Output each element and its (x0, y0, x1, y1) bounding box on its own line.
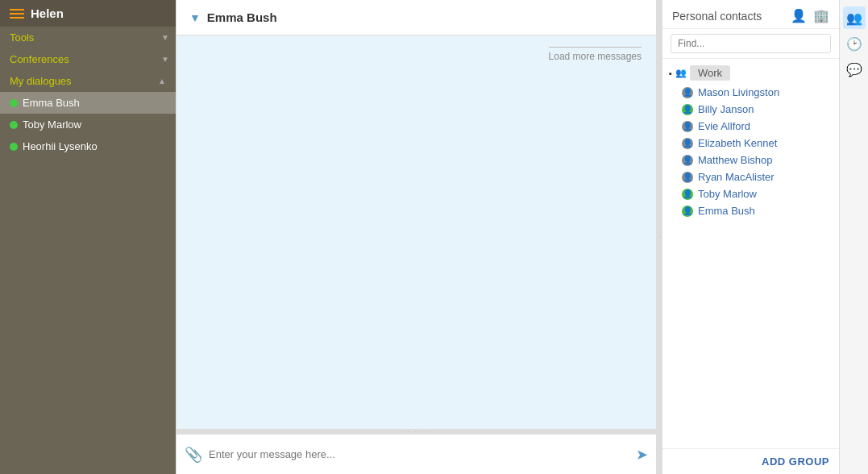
hamburger-menu[interactable] (10, 9, 24, 19)
history-icon[interactable]: 🕑 (843, 32, 866, 55)
contact-search-input[interactable] (671, 34, 831, 53)
contact-elizabeth-kennet[interactable]: 👤 Elizabeth Kennet (662, 135, 839, 152)
right-panel: Personal contacts 👤 🏢 ▪ 👥 Work 👤 Mason L… (662, 0, 839, 474)
status-dot-emma (10, 99, 18, 107)
attach-icon[interactable]: 📎 (185, 446, 202, 464)
chat-title: Emma Bush (207, 10, 277, 24)
add-contact-icon[interactable]: 👤 (791, 8, 807, 23)
chat-bubble-icon[interactable]: 💬 (843, 58, 866, 81)
group-people-icon: 👥 (675, 68, 687, 78)
chat-input-area: 📎 ➤ (177, 434, 656, 474)
group-work-row[interactable]: ▪ 👥 Work (662, 62, 839, 84)
chat-chevron-icon: ▼ (189, 11, 201, 24)
sidebar-header: Helen (0, 0, 176, 27)
contact-emma-bush[interactable]: 👤 Emma Bush (662, 202, 839, 219)
contact-avatar: 👤 (682, 138, 693, 149)
contact-billy-janson[interactable]: 👤 Billy Janson (662, 101, 839, 118)
add-group-button[interactable]: ADD GROUP (762, 455, 829, 468)
contact-avatar: 👤 (682, 155, 693, 166)
personal-contacts-title: Personal contacts (672, 10, 762, 23)
group-work-label: Work (690, 65, 730, 81)
contact-avatar: 👤 (682, 206, 693, 217)
chat-messages-area[interactable]: Load more messages (177, 35, 656, 429)
contact-ryan-macalister[interactable]: 👤 Ryan MacAlister (662, 168, 839, 185)
personal-contacts-header: Personal contacts 👤 🏢 (662, 0, 839, 29)
contact-avatar: 👤 (682, 189, 693, 200)
contacts-icon[interactable]: 👥 (843, 6, 866, 29)
contact-avatar: 👤 (682, 121, 693, 132)
right-toolbar: 👥 🕑 💬 (839, 0, 868, 474)
sidebar: Helen Tools ▼ Conferences ▼ My dialogues… (0, 0, 176, 474)
sidebar-nav-tools[interactable]: Tools ▼ (0, 27, 176, 48)
dialogues-arrow-icon: ▲ (158, 77, 166, 85)
contact-avatar: 👤 (682, 104, 693, 115)
right-panel-footer: ADD GROUP (662, 448, 839, 474)
sidebar-contact-toby-marlow[interactable]: Toby Marlow (0, 114, 176, 135)
contact-avatar: 👤 (682, 87, 693, 98)
sidebar-nav-conferences[interactable]: Conferences ▼ (0, 48, 176, 70)
group-collapse-icon: ▪ (669, 69, 672, 78)
header-icons: 👤 🏢 (791, 8, 829, 23)
chat-main: ▼ Emma Bush Load more messages · · · · ·… (176, 0, 657, 474)
sidebar-contact-heorhii-lysenko[interactable]: Heorhii Lysenko (0, 135, 176, 157)
contact-matthew-bishop[interactable]: 👤 Matthew Bishop (662, 152, 839, 168)
status-dot-heorhii (10, 143, 18, 151)
org-chart-icon[interactable]: 🏢 (813, 8, 829, 23)
contacts-tree: ▪ 👥 Work 👤 Mason Livingston 👤 Billy Jans… (662, 59, 839, 448)
sidebar-nav-my-dialogues[interactable]: My dialogues ▲ (0, 70, 176, 92)
app-title: Helen (31, 6, 64, 20)
conferences-arrow-icon: ▼ (161, 55, 169, 64)
tools-arrow-icon: ▼ (161, 33, 169, 42)
send-icon[interactable]: ➤ (636, 446, 648, 464)
contact-search-area (662, 29, 839, 59)
chat-header: ▼ Emma Bush (177, 0, 656, 35)
contact-mason-livingston[interactable]: 👤 Mason Livingston (662, 84, 839, 101)
message-input[interactable] (209, 448, 629, 460)
contact-toby-marlow[interactable]: 👤 Toby Marlow (662, 185, 839, 202)
contact-evie-allford[interactable]: 👤 Evie Allford (662, 118, 839, 135)
sidebar-contact-emma-bush[interactable]: Emma Bush (0, 92, 176, 114)
status-dot-toby (10, 121, 18, 129)
load-more-messages[interactable]: Load more messages (185, 44, 648, 65)
contact-avatar: 👤 (682, 172, 693, 183)
